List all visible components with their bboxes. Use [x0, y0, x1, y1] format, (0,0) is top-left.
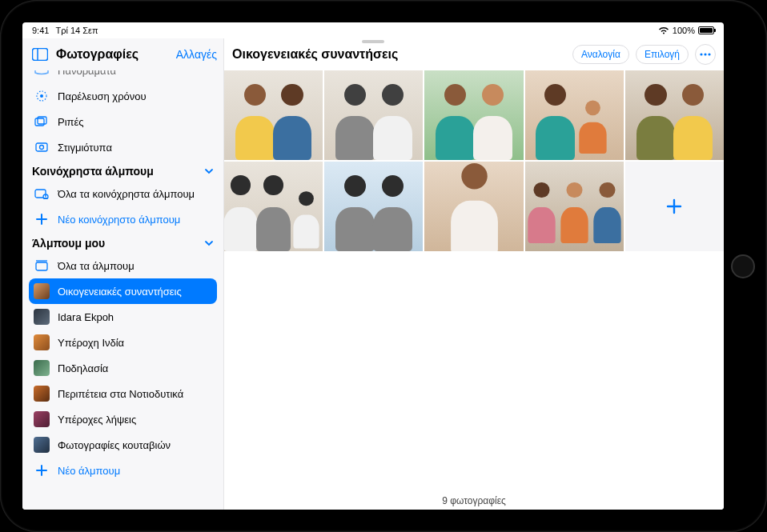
album-thumbnail: [34, 283, 50, 299]
battery-icon: [698, 26, 714, 34]
sidebar-title: Φωτογραφίες: [56, 47, 171, 62]
home-button[interactable]: [731, 254, 755, 278]
aspect-button[interactable]: Αναλογία: [572, 45, 629, 64]
photo-tile[interactable]: [424, 70, 523, 160]
photo-tile[interactable]: [324, 162, 423, 251]
screenshot-icon: [34, 139, 50, 155]
sidebar-icon: [32, 48, 48, 61]
album-thumbnail: [34, 437, 50, 453]
sidebar-album-southwest[interactable]: Περιπέτεια στα Νοτιοδυτικά: [29, 381, 217, 406]
album-thumbnail: [34, 411, 50, 427]
svg-rect-11: [36, 262, 47, 270]
sidebar-item-screenshots[interactable]: Στιγμιότυπα: [29, 134, 217, 160]
sidebar-toggle-button[interactable]: [29, 45, 51, 64]
battery-pct: 100%: [673, 26, 695, 35]
sidebar-edit-button[interactable]: Αλλαγές: [176, 48, 217, 61]
album-thumbnail: [34, 334, 50, 350]
plus-icon: [34, 211, 50, 227]
sidebar-item-label: Όλα τα κοινόχρηστα άλμπουμ: [58, 188, 195, 200]
main-content: Οικογενειακές συναντήσεις Αναλογία Επιλο…: [224, 38, 724, 510]
sidebar-item-label: Νέο κοινόχρηστο άλμπουμ: [58, 214, 180, 226]
photo-tile[interactable]: [324, 70, 423, 160]
chevron-down-icon: [204, 238, 214, 248]
sidebar-album-idara[interactable]: Idara Ekpoh: [29, 304, 217, 330]
status-bar: 9:41 Τρί 14 Σεπ 100%: [22, 22, 724, 38]
sidebar-item-label: Υπέροχη Ινδία: [58, 337, 124, 349]
add-photo-tile[interactable]: [625, 162, 724, 251]
sidebar-item-all-shared[interactable]: Όλα τα κοινόχρηστα άλμπουμ: [29, 181, 217, 206]
sidebar-item-label: Οικογενειακές συναντήσεις: [58, 286, 182, 298]
status-date: Τρί 14 Σεπ: [55, 26, 98, 35]
photo-tile[interactable]: [625, 70, 724, 160]
plus-icon: [34, 462, 50, 478]
sidebar-item-label: Πανοράματα: [58, 70, 116, 77]
panorama-icon: [34, 70, 50, 78]
select-button[interactable]: Επιλογή: [636, 45, 689, 64]
album-thumbnail: [34, 309, 50, 325]
section-header-label: Άλμπουμ μου: [32, 237, 105, 250]
svg-rect-6: [36, 143, 47, 151]
multitasking-handle[interactable]: [362, 40, 384, 43]
photo-tile[interactable]: [525, 162, 624, 251]
photo-grid: [224, 70, 724, 251]
sidebar-item-all-albums[interactable]: Όλα τα άλμπουμ: [29, 253, 217, 278]
wifi-icon: [658, 26, 669, 34]
sidebar-item-label: Παρέλευση χρόνου: [58, 90, 147, 102]
sidebar-item-new-album[interactable]: Νέο άλμπουμ: [29, 458, 217, 483]
sidebar: Φωτογραφίες Αλλαγές Πανοράματα: [22, 38, 224, 510]
sidebar-item-label: Όλα τα άλμπουμ: [58, 260, 135, 272]
status-time: 9:41: [32, 26, 49, 35]
sidebar-item-label: Περιπέτεια στα Νοτιοδυτικά: [58, 388, 183, 400]
photo-tile[interactable]: [424, 162, 523, 251]
sidebar-album-india[interactable]: Υπέροχη Ινδία: [29, 330, 217, 355]
shared-album-icon: [34, 186, 50, 202]
svg-point-13: [700, 53, 702, 55]
album-thumbnail: [34, 360, 50, 376]
timelapse-icon: [34, 88, 50, 104]
sidebar-item-label: Ριπές: [58, 116, 84, 128]
plus-icon: [665, 198, 683, 215]
photo-tile[interactable]: [224, 162, 323, 251]
sidebar-album-great-shots[interactable]: Υπέροχες λήψεις: [29, 406, 217, 432]
svg-point-3: [40, 94, 43, 98]
section-shared-albums[interactable]: Κοινόχρηστα άλμπουμ: [29, 160, 217, 181]
photo-tile[interactable]: [224, 70, 323, 160]
sidebar-item-label: Φωτογραφίες κουταβιών: [58, 439, 171, 451]
photo-count-label: 9 φωτογραφίες: [224, 490, 724, 510]
sidebar-album-puppies[interactable]: Φωτογραφίες κουταβιών: [29, 432, 217, 458]
svg-rect-0: [33, 49, 48, 61]
sidebar-item-label: Υπέροχες λήψεις: [58, 414, 136, 426]
sidebar-item-label: Idara Ekpoh: [58, 311, 114, 323]
svg-point-7: [40, 146, 44, 150]
album-title: Οικογενειακές συναντήσεις: [232, 47, 566, 62]
sidebar-album-family[interactable]: Οικογενειακές συναντήσεις: [29, 278, 217, 304]
section-header-label: Κοινόχρηστα άλμπουμ: [32, 165, 154, 178]
sidebar-item-new-shared[interactable]: Νέο κοινόχρηστο άλμπουμ: [29, 206, 217, 232]
photo-tile[interactable]: [525, 70, 624, 160]
svg-point-15: [708, 53, 710, 55]
ellipsis-icon: [700, 53, 711, 56]
albums-icon: [34, 258, 50, 274]
sidebar-item-bursts[interactable]: Ριπές: [29, 109, 217, 134]
album-thumbnail: [34, 386, 50, 402]
sidebar-item-label: Νέο άλμπουμ: [58, 465, 120, 477]
sidebar-item-panoramas[interactable]: Πανοράματα: [29, 70, 217, 83]
sidebar-album-cycling[interactable]: Ποδηλασία: [29, 355, 217, 381]
section-my-albums[interactable]: Άλμπουμ μου: [29, 232, 217, 253]
svg-point-14: [704, 53, 706, 55]
burst-icon: [34, 114, 50, 130]
svg-point-10: [45, 195, 46, 197]
sidebar-item-timelapse[interactable]: Παρέλευση χρόνου: [29, 83, 217, 109]
chevron-down-icon: [204, 166, 214, 176]
sidebar-item-label: Ποδηλασία: [58, 362, 108, 374]
sidebar-item-label: Στιγμιότυπα: [58, 142, 112, 154]
more-button[interactable]: [695, 44, 716, 65]
